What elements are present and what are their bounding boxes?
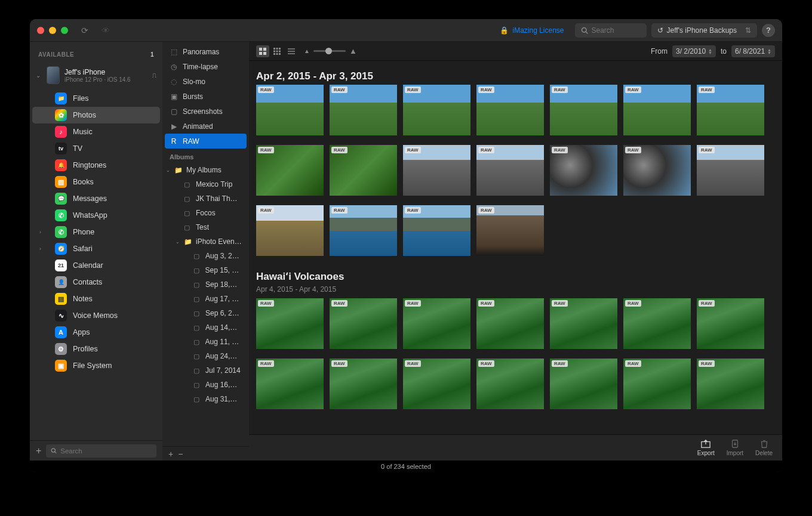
mediatype-raw[interactable]: RRAW [165, 134, 247, 149]
photo-thumbnail[interactable]: RAW [330, 85, 397, 135]
photo-thumbnail[interactable]: RAW [623, 85, 691, 135]
photo-thumbnail[interactable]: RAW [403, 205, 470, 256]
sidebar-search-input[interactable] [60, 447, 152, 455]
photo-thumbnail[interactable]: RAW [623, 359, 691, 409]
photo-thumbnail[interactable]: RAW [697, 359, 764, 409]
sidebar-item-calendar[interactable]: 21Calendar [32, 257, 160, 274]
stepper-icon[interactable]: ▲▼ [767, 48, 771, 54]
remove-album-button[interactable]: − [178, 449, 183, 459]
album-item[interactable]: ▢Focos [162, 206, 249, 220]
license-button[interactable]: 🔒 iMazing License [494, 23, 570, 38]
album-item[interactable]: ▢Sep 6, 2… [162, 306, 249, 320]
photo-thumbnail[interactable]: RAW [550, 298, 617, 349]
photo-thumbnail[interactable]: RAW [403, 85, 470, 135]
toolbar-search-input[interactable] [592, 26, 639, 35]
album-item[interactable]: ▢Aug 16,… [162, 378, 249, 392]
photo-thumbnail[interactable]: RAW [476, 85, 544, 135]
visibility-button[interactable]: 👁 [102, 26, 110, 35]
sidebar-item-safari[interactable]: ›🧭Safari [32, 240, 160, 257]
sidebar-item-books[interactable]: ▤Books [32, 174, 160, 190]
photo-thumbnail[interactable]: RAW [550, 359, 617, 409]
photo-thumbnail[interactable]: RAW [476, 359, 544, 409]
photo-thumbnail[interactable]: RAW [330, 298, 397, 349]
maximize-window-button[interactable] [61, 27, 68, 34]
album-item[interactable]: ▢JK Thai Th… [162, 191, 249, 206]
photo-thumbnail[interactable]: RAW [697, 85, 764, 135]
album-item[interactable]: ▢Jul 7, 2014 [162, 363, 249, 378]
minimize-window-button[interactable] [49, 27, 56, 34]
album-item[interactable]: ▢Mexico Trip [162, 177, 249, 191]
sidebar-item-photos[interactable]: ✿Photos [32, 107, 160, 123]
sidebar-item-voice-memos[interactable]: ∿Voice Memos [32, 307, 160, 324]
sidebar-item-notes[interactable]: ▤Notes [32, 291, 160, 307]
album-item[interactable]: ▢Aug 11, 2… [162, 335, 249, 349]
album-item[interactable]: ⌄📁iPhoto Even… [162, 234, 249, 249]
mediatype-animated[interactable]: ▶Animated [162, 119, 249, 134]
photo-thumbnail[interactable]: RAW [330, 145, 397, 196]
photo-thumbnail[interactable]: RAW [256, 145, 324, 196]
photo-thumbnail[interactable]: RAW [256, 359, 324, 409]
zoom-control[interactable]: ▲ ▲ [304, 47, 357, 55]
sidebar-item-messages[interactable]: 💬Messages [32, 190, 160, 207]
photo-thumbnail[interactable]: RAW [623, 298, 691, 349]
photo-thumbnail[interactable]: RAW [403, 298, 470, 349]
photo-thumbnail[interactable]: RAW [403, 359, 470, 409]
help-button[interactable]: ? [762, 24, 775, 37]
sidebar-item-contacts[interactable]: 👤Contacts [32, 274, 160, 291]
import-button[interactable]: Import [727, 439, 743, 456]
mediatype-slomo[interactable]: ◌Slo-mo [162, 74, 249, 89]
grid-view-button[interactable] [256, 45, 269, 57]
photo-grid[interactable]: Apr 2, 2015 - Apr 3, 2015RAWRAWRAWRAWRAW… [249, 61, 782, 434]
date-from-input[interactable]: 3/ 2/2010 ▲▼ [672, 45, 716, 57]
photo-thumbnail[interactable]: RAW [256, 205, 324, 256]
refresh-button[interactable]: ⟳ [81, 26, 88, 35]
photo-thumbnail[interactable]: RAW [256, 298, 324, 349]
mediatype-screenshots[interactable]: ▢Screenshots [162, 104, 249, 119]
stepper-icon[interactable]: ▲▼ [708, 48, 712, 54]
sidebar-item-files[interactable]: 📁Files [32, 90, 160, 107]
photo-thumbnail[interactable]: RAW [476, 145, 544, 196]
sidebar-item-phone[interactable]: ›✆Phone [32, 224, 160, 240]
photo-thumbnail[interactable]: RAW [330, 205, 397, 256]
mosaic-view-button[interactable] [270, 45, 284, 57]
photo-thumbnail[interactable]: RAW [256, 85, 324, 135]
album-item[interactable]: ▢Aug 3, 2… [162, 249, 249, 263]
album-item[interactable]: ▢Aug 14,… [162, 320, 249, 335]
backups-button[interactable]: ↺ Jeff's iPhone Backups ⇅ [651, 23, 757, 38]
album-item[interactable]: ▢Sep 18,… [162, 277, 249, 292]
mediatype-panoramas[interactable]: ⬚Panoramas [162, 44, 249, 59]
sidebar-item-whatsapp[interactable]: ✆WhatsApp [32, 207, 160, 224]
album-item[interactable]: ▢Test [162, 220, 249, 234]
list-view-button[interactable] [285, 45, 298, 57]
export-button[interactable]: Export [697, 439, 715, 456]
add-button[interactable]: + [36, 446, 41, 456]
album-item[interactable]: ▢Aug 17, 2… [162, 292, 249, 306]
sidebar-item-profiles[interactable]: ⚙Profiles [32, 341, 160, 357]
album-item[interactable]: ▢Aug 24,… [162, 349, 249, 363]
album-item[interactable]: ▢Sep 15, 2… [162, 263, 249, 277]
photo-thumbnail[interactable]: RAW [550, 85, 617, 135]
date-to-input[interactable]: 6/ 8/2021 ▲▼ [731, 45, 775, 57]
photo-thumbnail[interactable]: RAW [550, 145, 617, 196]
close-window-button[interactable] [37, 27, 44, 34]
photo-thumbnail[interactable]: RAW [476, 205, 544, 256]
delete-button[interactable]: Delete [755, 439, 773, 456]
sidebar-search[interactable] [46, 444, 156, 458]
photo-thumbnail[interactable]: RAW [330, 359, 397, 409]
sidebar-item-ringtones[interactable]: 🔔Ringtones [32, 157, 160, 174]
album-item[interactable]: ⌄📁My Albums [162, 163, 249, 177]
sidebar-item-tv[interactable]: tvTV [32, 140, 160, 157]
zoom-slider[interactable] [313, 50, 346, 52]
photo-thumbnail[interactable]: RAW [623, 145, 691, 196]
photo-thumbnail[interactable]: RAW [697, 298, 764, 349]
mediatype-timelapse[interactable]: ◷Time-lapse [162, 59, 249, 74]
add-album-button[interactable]: + [168, 449, 173, 459]
sidebar-item-apps[interactable]: AApps [32, 324, 160, 341]
photo-thumbnail[interactable]: RAW [403, 145, 470, 196]
mediatype-bursts[interactable]: ▣Bursts [162, 89, 249, 104]
toolbar-search[interactable] [575, 23, 647, 38]
sidebar-item-music[interactable]: ♪Music [32, 123, 160, 140]
album-item[interactable]: ▢Aug 31,… [162, 392, 249, 406]
sidebar-item-file-system[interactable]: ▣File System [32, 357, 160, 374]
device-row[interactable]: ⌄ Jeff's iPhone iPhone 12 Pro · iOS 14.6… [30, 63, 162, 88]
